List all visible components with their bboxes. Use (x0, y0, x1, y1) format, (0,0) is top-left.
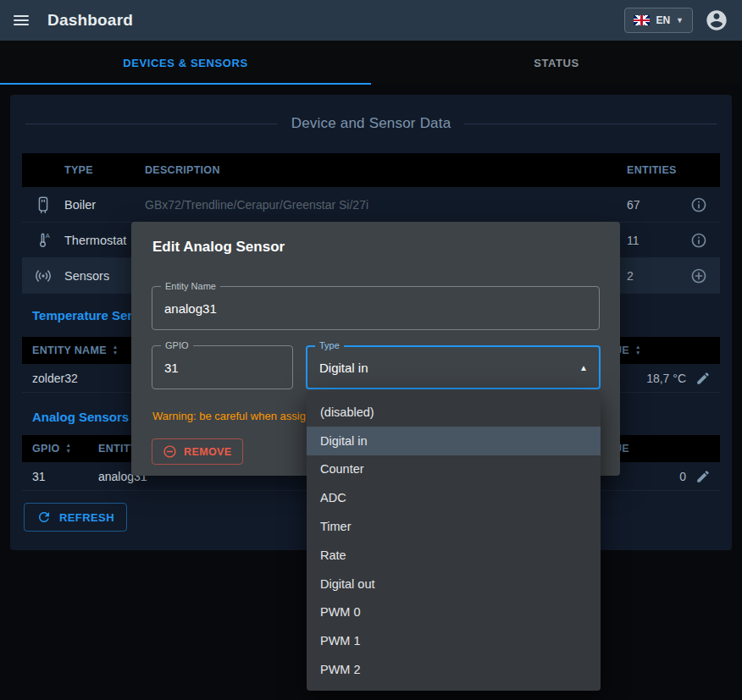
header-description: DESCRIPTION (145, 164, 627, 176)
language-selector[interactable]: EN ▼ (624, 8, 693, 33)
menu-item-digital-in[interactable]: Digital in (307, 427, 601, 455)
info-icon[interactable] (678, 232, 720, 249)
sort-icon: ▲▼ (113, 344, 119, 356)
menu-item-counter[interactable]: Counter (307, 455, 601, 484)
type-dropdown-menu: (disabled) Digital in Counter ADC Timer … (307, 391, 601, 691)
divider-line (464, 124, 717, 124)
boiler-icon (22, 196, 64, 214)
sort-icon: ▲▼ (65, 443, 71, 455)
sort-icon: ▲▼ (635, 344, 641, 356)
gpio-value: 31 (164, 361, 179, 375)
refresh-button[interactable]: REFRESH (24, 503, 127, 532)
gpio-warning-text: Warning: be careful when assig (152, 410, 306, 422)
app-bar: Dashboard EN ▼ (0, 0, 742, 41)
type-select[interactable]: Type Digital in ▲ (306, 345, 601, 389)
menu-item-timer[interactable]: Timer (307, 512, 601, 541)
menu-item-pwm-1[interactable]: PWM 1 (307, 626, 601, 655)
remove-button[interactable]: REMOVE (152, 438, 243, 465)
tab-devices-sensors[interactable]: DEVICES & SENSORS (0, 41, 371, 85)
gpio-label: GPIO (161, 340, 193, 351)
device-entities-count: 67 (627, 198, 678, 212)
remove-button-label: REMOVE (184, 446, 232, 458)
menu-item-pwm-0[interactable]: PWM 0 (307, 598, 601, 627)
entity-name-value: analog31 (164, 301, 217, 316)
header-gpio[interactable]: GPIO ▲▼ (22, 443, 98, 455)
account-icon[interactable] (705, 8, 728, 32)
tab-bar: DEVICES & SENSORS STATUS (0, 41, 742, 85)
add-icon[interactable] (678, 267, 720, 284)
tab-devices-sensors-label: DEVICES & SENSORS (123, 57, 247, 69)
analog-sensors-title: Analog Sensors (32, 410, 129, 424)
divider-line (25, 124, 278, 124)
section-heading: Device and Sensor Data (25, 115, 717, 132)
entity-name-label: Entity Name (161, 281, 220, 292)
app-bar-actions: EN ▼ (624, 8, 728, 33)
devices-table-header: TYPE DESCRIPTION ENTITIES (22, 153, 720, 187)
edit-icon[interactable] (686, 469, 720, 484)
dashboard-screen: Dashboard EN ▼ DEVICES & SENSORS STATUS … (0, 0, 742, 700)
type-value: Digital in (319, 361, 368, 375)
device-entities-count: 11 (627, 234, 678, 247)
type-label: Type (315, 340, 344, 351)
entity-name-field[interactable]: Entity Name analog31 (152, 286, 600, 330)
app-title: Dashboard (47, 11, 133, 30)
menu-item-digital-out[interactable]: Digital out (307, 570, 601, 598)
menu-item-pwm-2[interactable]: PWM 2 (307, 655, 601, 684)
menu-item-adc[interactable]: ADC (307, 483, 601, 512)
menu-item-rate[interactable]: Rate (307, 541, 601, 570)
header-type: TYPE (64, 164, 145, 176)
svg-text:A: A (46, 232, 50, 240)
remove-icon (163, 444, 177, 459)
refresh-icon (36, 510, 52, 525)
menu-item-disabled[interactable]: (disabled) (307, 398, 601, 427)
refresh-button-label: REFRESH (59, 511, 114, 524)
chevron-up-icon: ▲ (579, 363, 588, 372)
table-row-boiler[interactable]: Boiler GBx72/Trendline/Cerapur/Greenstar… (22, 187, 720, 223)
device-entities-count: 2 (627, 269, 678, 283)
language-label: EN (656, 14, 670, 26)
chevron-down-icon: ▼ (676, 16, 684, 25)
info-icon[interactable] (678, 196, 720, 213)
menu-icon[interactable] (14, 15, 29, 25)
page-title: Device and Sensor Data (291, 115, 451, 132)
uk-flag-icon (634, 15, 650, 25)
edit-icon[interactable] (686, 371, 720, 386)
sensor-gpio: 31 (22, 470, 98, 483)
tab-status-label: STATUS (534, 57, 579, 69)
dialog-title: Edit Analog Sensor (152, 239, 285, 256)
device-description: GBx72/Trendline/Cerapur/Greenstar Si/27i (145, 198, 627, 212)
header-entities: ENTITIES (627, 164, 678, 176)
gpio-field[interactable]: GPIO 31 (152, 345, 293, 389)
tab-status[interactable]: STATUS (371, 41, 742, 85)
thermostat-icon: A (22, 231, 64, 250)
device-type: Boiler (64, 198, 145, 212)
sensors-icon (22, 267, 64, 285)
